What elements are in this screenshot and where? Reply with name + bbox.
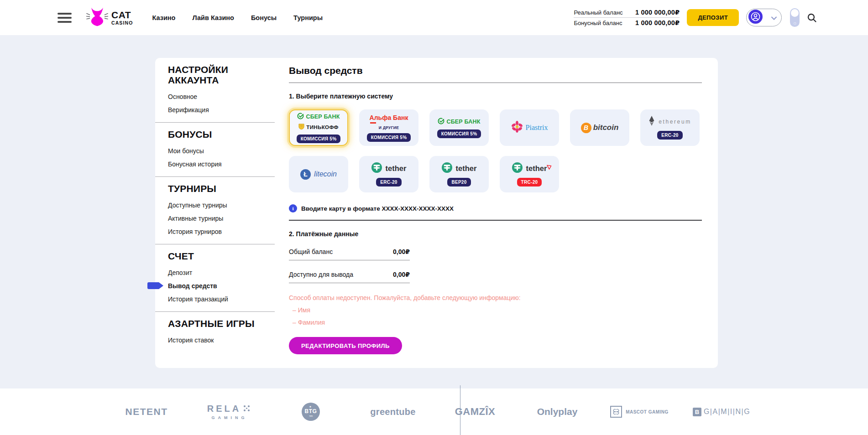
payment-method-ethereum[interactable]: ethereum ERC-20 <box>640 109 700 146</box>
piastrix-label: Piastrix <box>526 124 548 132</box>
payment-method-tether-erc20[interactable]: tether ERC-20 <box>359 156 418 192</box>
logo[interactable]: CAT CASINO <box>86 7 133 29</box>
piastrix-flower-icon <box>511 121 523 135</box>
provider-netent: NETENT <box>105 406 188 417</box>
tether-icon <box>442 162 452 175</box>
edit-profile-button[interactable]: РЕДАКТИРОВАТЬ ПРОФИЛЬ <box>289 337 402 354</box>
real-balance-label: Реальный баланс <box>574 9 622 16</box>
tether-label: tether <box>456 164 477 173</box>
provider-relax-gaming: RELA GAMING <box>188 404 270 420</box>
tether-icon <box>512 162 523 175</box>
payment-method-tether-trc20[interactable]: tether TRC-20 <box>500 156 559 192</box>
payment-method-piastrix[interactable]: Piastrix <box>500 109 559 146</box>
provider-mascot-gaming: MASCOT GAMING <box>598 406 680 418</box>
gamzix-logo: GAMZÎX <box>455 406 496 418</box>
page-title: Вывод средств <box>289 65 702 76</box>
sberbank-label: СБЕР БАНК <box>446 119 480 125</box>
divider <box>289 83 702 83</box>
bonus-balance-label: Бонусный баланс <box>574 20 622 26</box>
sidebar-item-main[interactable]: Основное <box>168 90 275 103</box>
alfabank-sublabel: И ДРУГИЕ <box>379 125 399 130</box>
sidebar-section-gambling: АЗАРТНЫЕ ИГРЫ История ставок <box>168 318 275 347</box>
nav-live-casino[interactable]: Лайв Казино <box>192 14 234 21</box>
sidebar-item-bet-history[interactable]: История ставок <box>168 334 275 347</box>
profile-menu[interactable] <box>746 9 782 26</box>
sberbank-icon <box>438 118 444 126</box>
sidebar-item-tournament-history[interactable]: История турниров <box>168 225 275 238</box>
relax-logo: RELA <box>207 404 241 414</box>
sidebar-item-available-tournaments[interactable]: Доступные турниры <box>168 199 275 212</box>
payment-methods-grid: СБЕР БАНК ТИНЬКОФФ КОМИССИЯ 5% Альфа <box>289 109 702 192</box>
payment-method-sberbank[interactable]: СБЕР БАНК КОМИССИЯ 5% <box>429 109 489 146</box>
tinkoff-icon <box>298 123 304 131</box>
tether-label: tether <box>526 164 547 173</box>
payment-method-sberbank-tinkoff[interactable]: СБЕР БАНК ТИНЬКОФФ КОМИССИЯ 5% <box>289 109 348 146</box>
section-divider <box>289 220 702 221</box>
step1-label: 1. Выберите платежную систему <box>289 93 702 100</box>
sidebar-item-verification[interactable]: Верификация <box>168 104 275 116</box>
main-nav: Казино Лайв Казино Бонусы Турниры <box>152 14 323 21</box>
litecoin-icon: Ł <box>300 169 311 180</box>
btg-logo: ★ BTG ≈≈ <box>302 403 320 421</box>
total-balance-row: Общий баланс 0,00₽ <box>289 248 410 260</box>
sidebar-section-bonuses: БОНУСЫ Мои бонусы Бонусная история <box>168 129 275 171</box>
provider-greentube: greentube <box>352 407 434 417</box>
section-title: БОНУСЫ <box>168 129 275 140</box>
nav-tournaments[interactable]: Турниры <box>293 14 323 21</box>
sidebar-item-withdrawal[interactable]: Вывод средств <box>168 280 275 292</box>
providers-footer: NETENT RELA GAMING ★ BTG ≈≈ greentube GA <box>0 388 868 435</box>
section-title: НАСТРОЙКИ АККАУНТА <box>168 64 275 85</box>
netent-logo: NETENT <box>125 406 168 417</box>
onlyplay-logo: Onlyplay <box>537 406 578 417</box>
provider-onlyplay: Onlyplay <box>516 406 598 417</box>
tinkoff-label: ТИНЬКОФФ <box>306 124 339 130</box>
sun-icon: ☼ <box>790 20 800 26</box>
sidebar-item-bonus-history[interactable]: Бонусная история <box>168 158 275 171</box>
sidebar-item-deposit[interactable]: Депозит <box>168 266 275 279</box>
commission-badge: КОМИССИЯ 5% <box>437 129 481 138</box>
menu-icon[interactable] <box>58 13 72 23</box>
total-balance-label: Общий баланс <box>289 248 333 255</box>
bgaming-b-icon: B <box>693 408 701 416</box>
search-icon[interactable] <box>807 13 817 23</box>
sidebar-section-tournaments: ТУРНИРЫ Доступные турниры Активные турни… <box>168 183 275 238</box>
sidebar-item-transaction-history[interactable]: История транзакций <box>168 293 275 306</box>
payment-method-tether-bep20[interactable]: tether BEP20 <box>429 156 489 192</box>
theme-toggle[interactable]: ☼ <box>790 8 800 27</box>
section-title: СЧЕТ <box>168 251 275 261</box>
bgaming-logo: G|A|M|I|N|G <box>704 408 750 416</box>
card-format-note: i Вводите карту в формате XXXX-XXXX-XXXX… <box>289 204 702 212</box>
step2-label: 2. Платёжные данные <box>289 230 702 238</box>
sberbank-icon <box>297 113 304 121</box>
nav-casino[interactable]: Казино <box>152 14 175 21</box>
sidebar-divider <box>155 122 275 123</box>
payment-unavailable-warning: Способ оплаты недоступен. Пожалуйста, до… <box>289 294 702 301</box>
greentube-logo: greentube <box>370 407 415 417</box>
network-badge: TRC-20 <box>517 178 542 186</box>
section-title: ТУРНИРЫ <box>168 183 275 194</box>
sidebar-item-my-bonuses[interactable]: Мои бонусы <box>168 145 275 157</box>
bonus-balance-row: Бонусный баланс 1 000 000,00₽ <box>574 18 680 28</box>
real-balance-row: Реальный баланс 1 000 000,00₽ <box>574 7 680 17</box>
section-title: АЗАРТНЫЕ ИГРЫ <box>168 318 275 329</box>
logo-title: CAT <box>111 10 133 20</box>
payment-method-alfabank[interactable]: Альфа Банк И ДРУГИЕ КОМИССИЯ 5% <box>359 109 418 146</box>
netent-bar-icon <box>460 385 460 435</box>
total-balance-value: 0,00₽ <box>393 248 410 255</box>
sidebar-item-active-tournaments[interactable]: Активные турниры <box>168 212 275 225</box>
toggle-knob <box>791 9 799 17</box>
avatar-icon <box>748 10 763 26</box>
alfabank-underline-icon <box>370 122 376 124</box>
payment-method-litecoin[interactable]: Ł litecoin <box>289 156 348 192</box>
mascot-logo: MASCOT GAMING <box>626 409 669 414</box>
network-badge: ERC-20 <box>657 131 682 140</box>
deposit-button[interactable]: ДЕПОЗИТ <box>687 9 739 26</box>
payment-method-bitcoin[interactable]: B bitcoin <box>570 109 629 146</box>
account-sidebar: НАСТРОЙКИ АККАУНТА Основное Верификация … <box>155 58 275 347</box>
nav-bonuses[interactable]: Бонусы <box>251 14 277 21</box>
sidebar-divider <box>155 244 275 244</box>
commission-badge: КОМИССИЯ 5% <box>367 133 411 142</box>
withdrawal-content: Вывод средств 1. Выберите платежную сист… <box>289 58 702 354</box>
sberbank-label: СБЕР БАНК <box>306 114 340 120</box>
missing-field-last-name: Фамилия <box>293 319 702 326</box>
